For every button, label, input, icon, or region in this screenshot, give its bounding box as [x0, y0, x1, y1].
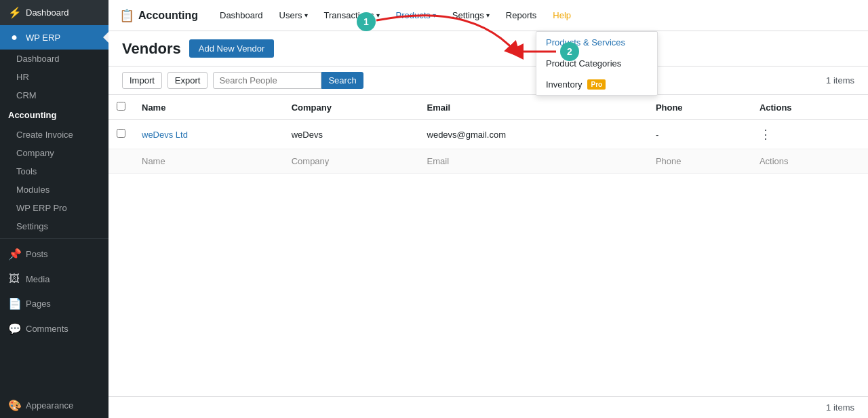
row-company-cell: weDevs	[283, 120, 419, 149]
sidebar-dashboard[interactable]: ⚡ Dashboard	[0, 0, 108, 25]
nav-settings[interactable]: Settings ▾	[444, 0, 498, 31]
sidebar-wp-erp[interactable]: ● WP ERP	[0, 25, 108, 50]
header-name: Name	[134, 95, 283, 120]
items-count-bottom: 1 items	[826, 402, 854, 413]
sidebar-company[interactable]: Company	[0, 144, 108, 162]
appearance-icon: 🎨	[8, 399, 20, 412]
vendors-table: Name Company Email Phone Actions weDevs …	[108, 95, 868, 174]
row-checkbox[interactable]	[117, 129, 125, 138]
media-icon: 🖼	[8, 273, 20, 285]
table-header-row: Name Company Email Phone Actions	[108, 95, 868, 120]
sidebar-create-invoice[interactable]: Create Invoice	[0, 126, 108, 144]
top-nav: 📋 Accounting Dashboard Users ▾ Transacti…	[108, 0, 868, 31]
vendor-name-link[interactable]: weDevs Ltd	[142, 130, 188, 140]
sidebar-sub-dashboard[interactable]: Dashboard	[0, 50, 108, 68]
row-phone-cell: -	[648, 120, 751, 149]
dropdown-inventory[interactable]: Inventory Pro	[536, 74, 657, 95]
sidebar-sub-crm[interactable]: CRM	[0, 86, 108, 104]
toolbar-left: Import Export Search	[122, 72, 363, 89]
sidebar-modules[interactable]: Modules	[0, 180, 108, 199]
sidebar-media[interactable]: 🖼 Media	[0, 267, 108, 291]
row-actions-cell: ⋮	[751, 120, 868, 149]
footer-actions: Actions	[751, 149, 868, 174]
search-people-group: Search	[213, 72, 363, 89]
footer-phone: Phone	[648, 149, 751, 174]
export-button[interactable]: Export	[167, 72, 208, 89]
sidebar-wp-erp-pro[interactable]: WP ERP Pro	[0, 199, 108, 217]
sidebar-accounting[interactable]: Accounting	[0, 104, 108, 126]
nav-help[interactable]: Help	[545, 0, 579, 31]
nav-reports[interactable]: Reports	[498, 0, 545, 31]
sidebar-sub-hr[interactable]: HR	[0, 68, 108, 86]
import-button[interactable]: Import	[122, 72, 162, 89]
row-email-cell: wedevs@gmail.com	[419, 120, 648, 149]
nav-transactions[interactable]: Transactions ▾	[316, 0, 388, 31]
footer-email: Email	[419, 149, 648, 174]
products-dropdown: Products & Services Product Categories I…	[536, 31, 658, 96]
settings-chevron: ▾	[486, 12, 490, 19]
main-content: 📋 Accounting Dashboard Users ▾ Transacti…	[108, 0, 868, 418]
header-phone: Phone	[648, 95, 751, 120]
nav-users[interactable]: Users ▾	[271, 0, 316, 31]
sidebar-tools[interactable]: Tools	[0, 162, 108, 180]
page-header: Vendors Add New Vendor	[108, 31, 868, 66]
sidebar-appearance[interactable]: 🎨 Appearance	[0, 393, 108, 418]
table-container: Name Company Email Phone Actions weDevs …	[108, 95, 868, 396]
table-footer: 1 items	[108, 396, 868, 418]
toolbar: Import Export Search 1 items	[108, 66, 868, 95]
header-company: Company	[283, 95, 419, 120]
dropdown-product-categories[interactable]: Product Categories	[536, 53, 657, 74]
header-email: Email	[419, 95, 648, 120]
pro-badge: Pro	[587, 79, 606, 90]
search-button[interactable]: Search	[321, 72, 363, 89]
dashboard-icon: ⚡	[8, 6, 20, 19]
items-count-top: 1 items	[826, 75, 854, 86]
footer-name: Name	[134, 149, 283, 174]
nav-products[interactable]: Products ▾	[388, 0, 444, 31]
sidebar-comments[interactable]: 💬 Comments	[0, 316, 108, 341]
header-actions: Actions	[751, 95, 868, 120]
users-chevron: ▾	[304, 12, 308, 19]
table-row: weDevs Ltd weDevs wedevs@gmail.com - ⋮	[108, 120, 868, 149]
sidebar: ⚡ Dashboard ● WP ERP Dashboard HR CRM Ac…	[0, 0, 108, 418]
table-footer-row: Name Company Email Phone Actions	[108, 149, 868, 174]
toolbar-right: 1 items	[826, 75, 854, 86]
posts-icon: 📌	[8, 248, 20, 261]
page-title: Vendors	[122, 40, 181, 58]
sidebar-pages[interactable]: 📄 Pages	[0, 291, 108, 316]
wp-erp-icon: ●	[8, 31, 20, 43]
select-all-checkbox[interactable]	[117, 102, 125, 111]
search-people-input[interactable]	[213, 72, 321, 89]
nav-dashboard[interactable]: Dashboard	[212, 0, 271, 31]
accounting-table-icon: 📋	[119, 8, 134, 23]
row-name-cell: weDevs Ltd	[134, 120, 283, 149]
pages-icon: 📄	[8, 297, 20, 310]
dropdown-products-services[interactable]: Products & Services	[536, 32, 657, 53]
transactions-chevron: ▾	[376, 12, 380, 19]
row-checkbox-cell	[108, 120, 134, 149]
comments-icon: 💬	[8, 322, 20, 335]
products-chevron: ▾	[433, 12, 436, 19]
add-vendor-button[interactable]: Add New Vendor	[189, 39, 275, 58]
footer-company: Company	[283, 149, 419, 174]
header-checkbox-col	[108, 95, 134, 120]
top-nav-logo: 📋 Accounting	[119, 8, 198, 23]
sidebar-posts[interactable]: 📌 Posts	[0, 242, 108, 267]
sidebar-settings[interactable]: Settings	[0, 217, 108, 235]
row-actions-menu[interactable]: ⋮	[760, 128, 772, 141]
